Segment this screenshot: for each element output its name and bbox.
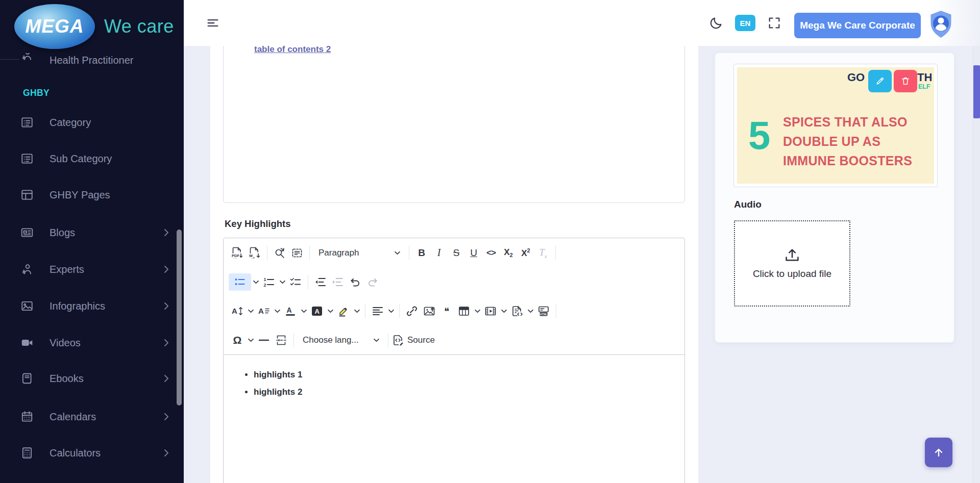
- svg-text:2: 2: [264, 283, 266, 288]
- highlight-button[interactable]: [335, 302, 352, 320]
- numbered-list-button[interactable]: 12: [260, 273, 278, 291]
- underline-button[interactable]: U: [465, 244, 482, 262]
- redo-button[interactable]: [364, 273, 381, 291]
- avatar-shield-icon[interactable]: [929, 10, 953, 39]
- todo-list-icon: [289, 276, 302, 288]
- undo-icon: [349, 276, 361, 288]
- font-background-button[interactable]: A: [308, 302, 326, 320]
- special-characters-button[interactable]: Ω: [229, 332, 246, 349]
- superscript-button[interactable]: X2: [517, 244, 534, 262]
- italic-button[interactable]: I: [430, 244, 448, 262]
- align-left-icon: [372, 305, 384, 317]
- brand-logo[interactable]: MEGA We care: [14, 4, 174, 49]
- insert-table-chevron[interactable]: [473, 302, 482, 320]
- sidebar-item-calculators[interactable]: Calculators: [0, 441, 184, 465]
- list-card-icon: [20, 116, 34, 129]
- link-button[interactable]: [403, 302, 421, 320]
- text-alignment-chevron[interactable]: [386, 302, 396, 320]
- chevron-down-icon: [374, 338, 379, 342]
- language-badge[interactable]: EN: [735, 15, 755, 31]
- inline-code-button[interactable]: <>: [482, 244, 500, 262]
- sidebar-item-experts[interactable]: Experts: [0, 257, 184, 282]
- outdent-button[interactable]: [312, 273, 329, 291]
- fullscreen-button[interactable]: [765, 13, 784, 33]
- find-replace-button[interactable]: [271, 244, 288, 262]
- insert-table-button[interactable]: [455, 302, 473, 320]
- audio-upload-dropzone[interactable]: Click to upload file: [734, 220, 850, 307]
- font-background-chevron[interactable]: [326, 302, 335, 320]
- sidebar-item-calendars[interactable]: Calendars: [0, 404, 184, 429]
- insert-image-button[interactable]: [421, 302, 438, 320]
- todo-list-button[interactable]: [287, 273, 304, 291]
- sidebar-item-sub-category[interactable]: Sub Category: [0, 146, 184, 171]
- export-word-button[interactable]: W: [246, 244, 263, 262]
- export-pdf-button[interactable]: PDF: [229, 244, 246, 262]
- hamburger-menu-button[interactable]: [203, 13, 223, 33]
- dark-mode-button[interactable]: [706, 13, 726, 33]
- sidebar-item-ebooks[interactable]: Ebooks: [0, 366, 184, 391]
- font-color-chevron[interactable]: [299, 302, 308, 320]
- chevron-down-icon: [253, 280, 259, 284]
- font-family-button[interactable]: A: [255, 302, 273, 320]
- headline-line: IMMUNE BOOSTERS: [783, 151, 931, 170]
- account-button[interactable]: Mega We Care Corporate: [794, 13, 921, 38]
- code-block-chevron[interactable]: [526, 302, 535, 320]
- html-embed-button[interactable]: HTML: [535, 302, 552, 320]
- code-block-button[interactable]: [508, 302, 526, 320]
- horizontal-line-button[interactable]: [255, 332, 273, 349]
- sidebar-scrollbar-thumb[interactable]: [177, 230, 182, 405]
- undo-button[interactable]: [347, 273, 364, 291]
- sidebar-item-ghby-pages[interactable]: GHBY Pages: [0, 183, 184, 207]
- top-header: EN Mega We Care Corporate: [184, 0, 980, 46]
- sidebar-item-infographics[interactable]: Infographics: [0, 294, 184, 318]
- edit-image-button[interactable]: [868, 70, 892, 92]
- sidebar-item-videos[interactable]: Videos: [0, 331, 184, 355]
- source-editing-button[interactable]: Source: [392, 332, 447, 349]
- editor-content-area[interactable]: highlights 1 highlights 2: [224, 355, 684, 413]
- upload-text: Click to upload file: [753, 268, 831, 279]
- font-color-button[interactable]: A: [282, 302, 299, 320]
- sidebar-item-blogs[interactable]: Blogs: [0, 220, 184, 245]
- toolbar-separator: [399, 304, 400, 318]
- toolbar-separator: [309, 246, 310, 260]
- chevron-down-icon: [248, 338, 254, 342]
- chevron-right-icon: [163, 265, 169, 273]
- bulleted-list-button[interactable]: [229, 273, 251, 291]
- font-size-chevron[interactable]: [246, 302, 255, 320]
- brand-name: MEGA: [26, 16, 84, 37]
- text-part-language-dropdown[interactable]: Choose lang...: [298, 332, 384, 349]
- numbered-list-chevron[interactable]: [278, 273, 287, 291]
- remove-format-button[interactable]: Tx: [534, 244, 552, 262]
- list-card-icon: [20, 152, 34, 165]
- paragraph-style-dropdown[interactable]: Paragraph: [313, 244, 405, 262]
- page-break-button[interactable]: [273, 332, 290, 349]
- font-size-button[interactable]: A: [229, 302, 246, 320]
- book-icon: [20, 372, 34, 385]
- bold-button[interactable]: B: [413, 244, 430, 262]
- bulleted-list-icon: [234, 276, 246, 288]
- sidebar-item-category[interactable]: Category: [0, 110, 184, 135]
- subscript-button[interactable]: X2: [500, 244, 517, 262]
- toc-link[interactable]: table of contents 2: [254, 44, 331, 55]
- media-embed-chevron[interactable]: [499, 302, 508, 320]
- toolbar-row-4: Ω Choose lang... Source: [224, 325, 684, 354]
- editor-toolbar: PDF W Paragraph: [224, 238, 684, 355]
- redo-icon: [366, 276, 379, 288]
- scroll-to-top-button[interactable]: [925, 438, 952, 467]
- page-scrollbar-thumb[interactable]: [973, 65, 980, 118]
- sidebar-item-label: Category: [50, 117, 91, 129]
- bulleted-list-chevron[interactable]: [251, 273, 260, 291]
- text-alignment-button[interactable]: [369, 302, 386, 320]
- delete-image-button[interactable]: [894, 70, 917, 92]
- chevron-down-icon: [248, 309, 254, 313]
- indent-button[interactable]: [329, 273, 347, 291]
- font-family-chevron[interactable]: [273, 302, 282, 320]
- select-all-button[interactable]: [288, 244, 306, 262]
- toolbar-separator: [308, 275, 308, 289]
- highlight-chevron[interactable]: [352, 302, 361, 320]
- strikethrough-button[interactable]: S: [448, 244, 465, 262]
- special-characters-chevron[interactable]: [246, 332, 255, 349]
- media-embed-button[interactable]: [482, 302, 499, 320]
- block-quote-button[interactable]: ❝: [438, 302, 455, 320]
- toolbar-separator: [267, 246, 267, 260]
